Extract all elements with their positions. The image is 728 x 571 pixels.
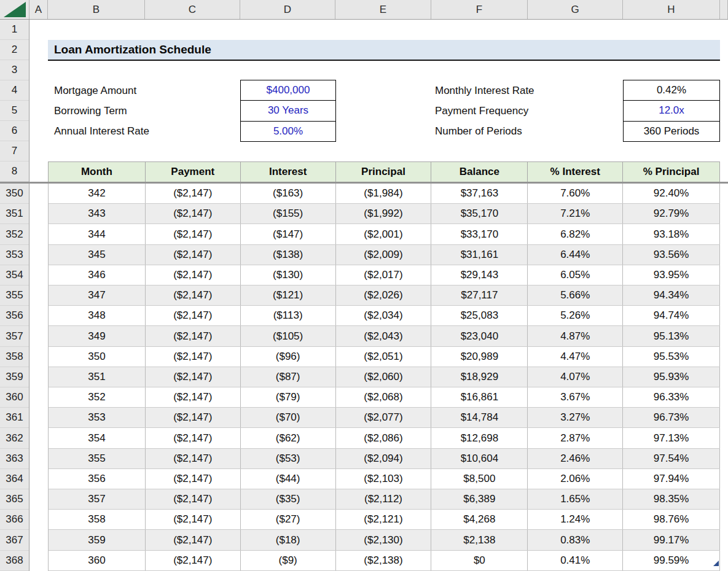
row-header-351[interactable]: 351 (0, 204, 29, 224)
table-cell[interactable]: 4.87% (528, 326, 623, 346)
table-header-cell[interactable]: Payment (146, 162, 241, 182)
table-cell[interactable]: ($2,147) (146, 367, 241, 387)
row-header-362[interactable]: 362 (0, 428, 29, 448)
table-header-cell[interactable]: % Principal (623, 162, 720, 182)
table-cell[interactable]: 353 (49, 408, 146, 427)
table-cell[interactable]: ($2,121) (336, 510, 432, 529)
row-header-355[interactable]: 355 (0, 286, 29, 306)
table-cell[interactable]: ($18) (241, 530, 336, 550)
table-cell[interactable]: ($2,147) (146, 204, 241, 223)
table-cell[interactable]: 4.07% (528, 367, 623, 387)
column-header-F[interactable]: F (431, 0, 528, 19)
table-cell[interactable]: 98.76% (623, 510, 720, 529)
table-cell[interactable]: ($2,147) (146, 428, 241, 448)
table-cell[interactable]: $18,929 (431, 367, 528, 387)
row-header-366[interactable]: 366 (0, 510, 29, 530)
table-cell[interactable]: $10,604 (431, 449, 528, 468)
table-cell[interactable]: ($53) (241, 449, 336, 468)
column-header-E[interactable]: E (335, 0, 431, 19)
table-cell[interactable]: ($2,138) (336, 551, 432, 570)
table-cell[interactable]: 347 (49, 286, 146, 305)
table-cell[interactable]: $25,083 (431, 306, 528, 325)
table-cell[interactable]: 349 (49, 326, 146, 346)
table-cell[interactable]: $2,138 (431, 530, 528, 550)
table-cell[interactable]: ($155) (241, 204, 336, 223)
row-header-1[interactable]: 1 (0, 20, 29, 40)
sheet-title-cell[interactable]: Loan Amortization Schedule (48, 40, 720, 61)
table-cell[interactable]: 350 (49, 347, 146, 367)
row-header-365[interactable]: 365 (0, 489, 29, 510)
select-all-button[interactable] (0, 0, 29, 19)
table-cell[interactable]: 4.47% (528, 347, 623, 367)
table-cell[interactable]: 360 (49, 551, 146, 570)
table-cell[interactable]: 2.87% (528, 428, 623, 448)
table-cell[interactable]: 345 (49, 245, 146, 265)
row-header-7[interactable]: 7 (0, 141, 29, 161)
table-cell[interactable]: ($27) (241, 510, 336, 529)
table-cell[interactable]: 343 (49, 204, 146, 223)
table-cell[interactable]: ($96) (241, 347, 336, 367)
table-cell[interactable]: 1.65% (528, 489, 623, 509)
table-cell[interactable]: 97.94% (623, 469, 720, 489)
table-cell[interactable]: ($2,043) (336, 326, 432, 346)
table-cell[interactable]: $33,170 (431, 224, 528, 244)
table-cell[interactable]: 357 (49, 489, 146, 509)
table-cell[interactable]: ($2,147) (146, 530, 241, 550)
column-header-G[interactable]: G (528, 0, 623, 19)
table-cell[interactable]: 92.40% (623, 184, 720, 203)
table-cell[interactable]: ($2,147) (146, 184, 241, 203)
table-cell[interactable]: $8,500 (431, 469, 528, 489)
table-resize-handle[interactable] (713, 561, 719, 566)
table-cell[interactable]: 5.26% (528, 306, 623, 325)
table-cell[interactable]: 344 (49, 224, 146, 244)
table-cell[interactable]: ($2,147) (146, 347, 241, 367)
table-cell[interactable]: 95.93% (623, 367, 720, 387)
table-cell[interactable]: 6.05% (528, 265, 623, 285)
row-header-363[interactable]: 363 (0, 449, 29, 469)
table-cell[interactable]: 359 (49, 530, 146, 550)
table-cell[interactable]: 6.44% (528, 245, 623, 265)
table-cell[interactable]: ($138) (241, 245, 336, 265)
table-cell[interactable]: $6,389 (431, 489, 528, 509)
column-header-A[interactable]: A (29, 0, 48, 19)
row-header-3[interactable]: 3 (0, 60, 29, 80)
table-cell[interactable]: 7.60% (528, 184, 623, 203)
table-cell[interactable]: ($121) (241, 286, 336, 305)
table-cell[interactable]: ($79) (241, 387, 336, 407)
row-header-352[interactable]: 352 (0, 224, 29, 244)
table-cell[interactable]: ($2,147) (146, 408, 241, 427)
row-header-364[interactable]: 364 (0, 469, 29, 489)
column-header-partial[interactable] (720, 0, 728, 19)
table-cell[interactable]: ($2,147) (146, 489, 241, 509)
table-cell[interactable]: $12,698 (431, 428, 528, 448)
table-cell[interactable]: ($2,026) (336, 286, 432, 305)
table-cell[interactable]: ($35) (241, 489, 336, 509)
table-header-cell[interactable]: Principal (336, 162, 432, 182)
table-cell[interactable]: 98.35% (623, 489, 720, 509)
row-header-350[interactable]: 350 (0, 184, 29, 204)
table-cell[interactable]: ($2,130) (336, 530, 432, 550)
table-cell[interactable]: ($70) (241, 408, 336, 427)
table-cell[interactable]: ($2,034) (336, 306, 432, 325)
table-cell[interactable]: 0.41% (528, 551, 623, 570)
payment-frequency-value[interactable]: 12.0x (624, 100, 719, 120)
table-cell[interactable]: $20,989 (431, 347, 528, 367)
table-cell[interactable]: ($105) (241, 326, 336, 346)
table-cell[interactable]: 99.17% (623, 530, 720, 550)
table-cell[interactable]: ($2,147) (146, 265, 241, 285)
table-cell[interactable]: ($2,147) (146, 387, 241, 407)
table-cell[interactable]: ($147) (241, 224, 336, 244)
table-cell[interactable]: 348 (49, 306, 146, 325)
table-cell[interactable]: $29,143 (431, 265, 528, 285)
monthly-interest-rate-value[interactable]: 0.42% (624, 80, 719, 100)
table-cell[interactable]: 92.79% (623, 204, 720, 223)
table-cell[interactable]: ($2,060) (336, 367, 432, 387)
table-cell[interactable]: 1.24% (528, 510, 623, 529)
borrowing-term-value[interactable]: 30 Years (241, 100, 335, 120)
table-cell[interactable]: $31,161 (431, 245, 528, 265)
table-cell[interactable]: ($2,094) (336, 449, 432, 468)
table-cell[interactable]: 2.06% (528, 469, 623, 489)
table-cell[interactable]: 342 (49, 184, 146, 203)
table-cell[interactable]: 93.56% (623, 245, 720, 265)
table-cell[interactable]: ($2,077) (336, 408, 432, 427)
